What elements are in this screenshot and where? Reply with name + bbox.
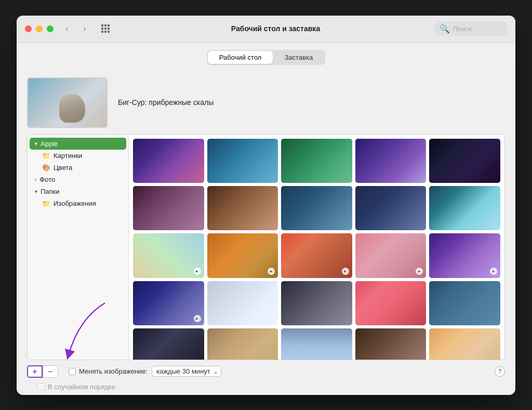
folder-icon: 📁	[42, 152, 50, 160]
back-button[interactable]: ‹	[60, 21, 74, 36]
sidebar-item-images[interactable]: 📁 Изображения	[30, 197, 126, 209]
tabs-bar: Рабочий стол Заставка	[17, 43, 515, 70]
wallpaper-item[interactable]	[429, 328, 500, 360]
preview-thumbnail	[27, 77, 108, 128]
wallpaper-item[interactable]	[429, 233, 500, 277]
search-icon: 🔍	[440, 24, 450, 34]
close-button[interactable]	[25, 25, 32, 32]
add-folder-button[interactable]: +	[27, 365, 43, 378]
main-section: ▾ Apple 📁 Картинки 🎨 Цвета › Фото	[27, 134, 505, 360]
random-order-checkbox	[37, 383, 45, 390]
minimize-button[interactable]	[36, 25, 43, 32]
sidebar-item-folders[interactable]: ▾ Папки	[30, 186, 126, 197]
app-grid-button[interactable]	[98, 21, 113, 36]
wallpaper-item[interactable]	[281, 186, 352, 230]
change-options: Менять изображение: каждые 30 минут	[69, 366, 221, 377]
wallpaper-grid	[133, 139, 500, 360]
chevron-down-icon: ▾	[35, 189, 37, 194]
preview-rock	[59, 94, 85, 123]
remove-folder-button[interactable]: −	[43, 365, 58, 378]
forward-button[interactable]: ›	[77, 21, 92, 36]
interval-select[interactable]: каждые 30 минут	[152, 366, 221, 377]
maximize-button[interactable]	[47, 25, 54, 32]
wallpaper-item[interactable]	[207, 328, 278, 360]
sidebar-item-label: Цвета	[54, 164, 72, 171]
add-remove-buttons: + −	[27, 365, 58, 378]
wallpaper-item[interactable]	[207, 139, 278, 183]
window-title: Рабочий стол и заставка	[117, 24, 434, 33]
color-circle-icon: 🎨	[42, 164, 50, 171]
interval-select-wrapper: каждые 30 минут	[152, 366, 221, 377]
help-button[interactable]: ?	[495, 366, 505, 377]
content-area: Биг-Сур: прибрежные скалы ▾ Apple 📁 Карт…	[17, 70, 515, 395]
random-order-label: В случайном порядке	[48, 383, 115, 391]
grid-icon	[101, 24, 110, 33]
wallpaper-item[interactable]	[355, 328, 427, 360]
search-bar[interactable]: 🔍 Поиск	[434, 22, 507, 36]
wallpaper-item[interactable]	[207, 281, 278, 325]
bottom-container: + − Менять изображение: каждые 30 минут	[27, 360, 505, 395]
change-image-checkbox[interactable]	[69, 368, 76, 375]
wallpaper-item[interactable]	[207, 186, 278, 230]
sidebar-item-label: Фото	[39, 176, 55, 183]
wallpaper-item[interactable]	[429, 186, 500, 230]
change-image-label: Менять изображение:	[79, 367, 148, 375]
sidebar-item-label: Картинки	[54, 152, 82, 160]
wallpaper-item[interactable]	[133, 186, 204, 230]
wallpaper-item[interactable]	[133, 139, 204, 183]
tabs-container: Рабочий стол Заставка	[207, 50, 325, 65]
wallpaper-item[interactable]	[281, 233, 352, 277]
search-placeholder: Поиск	[453, 25, 472, 33]
preferences-window: ‹ › Рабочий стол и заставка 🔍 Поиск Рабо…	[17, 16, 515, 395]
tab-screensaver[interactable]: Заставка	[273, 51, 324, 64]
random-order-row: В случайном порядке	[27, 383, 505, 395]
sidebar-item-colors[interactable]: 🎨 Цвета	[30, 162, 126, 174]
sidebar-item-pictures[interactable]: 📁 Картинки	[30, 150, 126, 162]
change-image-checkbox-label[interactable]: Менять изображение:	[69, 367, 148, 375]
chevron-down-icon: ▾	[35, 141, 37, 147]
wallpaper-item[interactable]	[281, 328, 352, 360]
titlebar: ‹ › Рабочий стол и заставка 🔍 Поиск	[17, 16, 515, 43]
wallpaper-item[interactable]	[133, 233, 204, 277]
traffic-lights	[25, 25, 54, 32]
wallpaper-item[interactable]	[355, 186, 427, 230]
wallpaper-grid-area	[129, 135, 504, 360]
sidebar-item-label: Изображения	[54, 200, 96, 207]
wallpaper-item[interactable]	[429, 281, 500, 325]
wallpaper-item[interactable]	[207, 233, 278, 277]
wallpaper-item[interactable]	[355, 233, 427, 277]
sidebar: ▾ Apple 📁 Картинки 🎨 Цвета › Фото	[28, 135, 129, 360]
tab-desktop[interactable]: Рабочий стол	[208, 51, 273, 64]
sidebar-item-label: Папки	[41, 188, 60, 195]
wallpaper-item[interactable]	[429, 139, 500, 183]
wallpaper-item[interactable]	[355, 281, 427, 325]
sidebar-item-apple[interactable]: ▾ Apple	[30, 138, 126, 150]
wallpaper-item[interactable]	[133, 328, 204, 360]
sidebar-item-label: Apple	[41, 140, 58, 148]
chevron-right-icon: ›	[35, 177, 36, 182]
sidebar-item-photo[interactable]: › Фото	[30, 174, 126, 186]
wallpaper-item[interactable]	[281, 281, 352, 325]
wallpaper-item[interactable]	[133, 281, 204, 325]
folder-blue-icon: 📁	[42, 200, 50, 207]
bottom-bar: + − Менять изображение: каждые 30 минут	[27, 360, 505, 383]
wallpaper-item[interactable]	[355, 139, 427, 183]
random-order-checkbox-label: В случайном порядке	[37, 383, 505, 391]
preview-label: Биг-Сур: прибрежные скалы	[118, 98, 214, 107]
wallpaper-item[interactable]	[281, 139, 352, 183]
preview-area: Биг-Сур: прибрежные скалы	[27, 70, 505, 134]
nav-buttons: ‹ ›	[60, 21, 92, 36]
